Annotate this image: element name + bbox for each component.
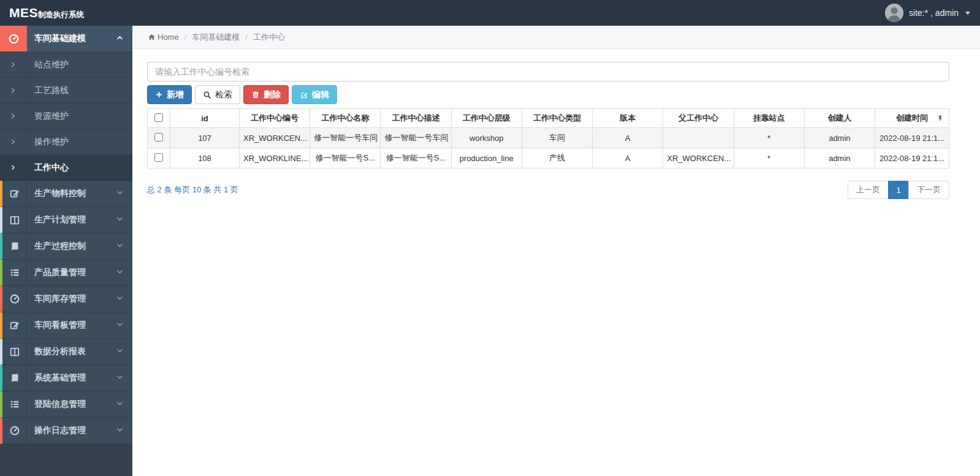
- breadcrumb-home-label: Home: [158, 32, 179, 42]
- sidebar-subitem-label: 资源维护: [27, 111, 69, 122]
- edit-button[interactable]: 编辑: [292, 85, 337, 104]
- sidebar-item-system-management[interactable]: 系统基础管理: [0, 365, 132, 391]
- sidebar-submenu: 站点维护 工艺路线 资源维护 操作维护 工作中心: [0, 52, 132, 181]
- sidebar-subitem-label: 工艺路线: [27, 85, 69, 96]
- chevron-down-icon: [116, 214, 124, 225]
- header-cell-version[interactable]: 版本: [593, 109, 663, 128]
- sidebar-item-kanban-management[interactable]: 车间看板管理: [0, 312, 132, 339]
- row-select-cell: [148, 128, 170, 148]
- row-checkbox[interactable]: [154, 153, 163, 162]
- header-cell-description[interactable]: 工作中心描述: [381, 109, 451, 128]
- header-cell-label: 创建时间: [896, 113, 928, 123]
- chevron-down-icon: [116, 267, 124, 278]
- edit-icon: [300, 91, 308, 99]
- columns-icon: [2, 339, 27, 365]
- add-button[interactable]: 新增: [147, 85, 192, 104]
- table-cell: production_line: [451, 148, 522, 168]
- table-cell: admin: [804, 128, 875, 148]
- sidebar-subitem-resource-maintenance[interactable]: 资源维护: [0, 104, 132, 129]
- user-menu[interactable]: site:* , admin: [885, 4, 980, 22]
- prev-page-button[interactable]: 上一页: [848, 181, 889, 199]
- search-icon: [203, 91, 211, 99]
- select-all-cell: [148, 109, 170, 128]
- sidebar-subitem-label: 操作维护: [27, 137, 69, 148]
- logo-mes: MES: [9, 6, 38, 20]
- sidebar-subitem-station-maintenance[interactable]: 站点维护: [0, 52, 132, 78]
- sidebar-item-plan-management[interactable]: 生产计划管理: [0, 207, 132, 233]
- header-cell-station[interactable]: 挂靠站点: [734, 109, 804, 128]
- dashboard-icon: [2, 286, 27, 312]
- chevron-right-icon: [0, 155, 27, 180]
- sidebar-item-material-control[interactable]: 生产物料控制: [0, 181, 132, 207]
- search-button[interactable]: 检索: [195, 85, 240, 104]
- chevron-right-icon: [0, 104, 27, 129]
- chevron-down-icon: [116, 320, 124, 331]
- select-all-checkbox[interactable]: [154, 113, 163, 122]
- header-cell-parent[interactable]: 父工作中心: [663, 109, 734, 128]
- chevron-down-icon: [116, 372, 124, 383]
- add-button-label: 新增: [167, 89, 184, 100]
- table-cell: [663, 128, 734, 148]
- table-cell: 修一智能一号车间: [310, 128, 381, 148]
- sidebar-item-process-control[interactable]: 生产过程控制: [0, 233, 132, 260]
- book-icon: [2, 233, 27, 259]
- header-cell-id[interactable]: id: [170, 109, 240, 128]
- header-cell-level[interactable]: 工作中心层级: [451, 109, 522, 128]
- breadcrumb-home[interactable]: Home: [148, 32, 179, 42]
- table-cell: workshop: [451, 128, 522, 148]
- row-select-cell: [148, 148, 170, 168]
- chevron-right-icon: [0, 129, 27, 154]
- pencil-icon: [2, 181, 27, 206]
- pin-icon[interactable]: [936, 115, 944, 124]
- next-page-button[interactable]: 下一页: [908, 181, 949, 199]
- pagination-bar: 总 2 条 每页 10 条 共 1 页 上一页 1 下一页: [147, 181, 949, 199]
- sidebar-subitem-work-center[interactable]: 工作中心: [0, 155, 132, 181]
- breadcrumb-item-workshop-modeling[interactable]: 车间基础建模: [192, 32, 240, 43]
- trash-icon: [251, 91, 260, 99]
- table-cell: A: [593, 128, 663, 148]
- sidebar-subitem-operation-maintenance[interactable]: 操作维护: [0, 129, 132, 155]
- delete-button[interactable]: 删除: [243, 85, 289, 104]
- page-1-button[interactable]: 1: [888, 181, 909, 199]
- sidebar-item-workshop-modeling[interactable]: 车间基础建模: [0, 26, 132, 52]
- app-logo[interactable]: MES 制造执行系统: [0, 6, 84, 20]
- pagination-summary[interactable]: 总 2 条 每页 10 条 共 1 页: [147, 184, 238, 195]
- sidebar-item-inventory-management[interactable]: 车间库存管理: [0, 286, 132, 312]
- chevron-down-icon: [116, 425, 124, 436]
- header-cell-creator[interactable]: 创建人: [804, 109, 875, 128]
- sidebar-item-operation-log-management[interactable]: 操作日志管理: [0, 418, 132, 444]
- chevron-down-icon: [116, 241, 124, 252]
- search-input[interactable]: [147, 62, 949, 81]
- sidebar-subitem-process-route[interactable]: 工艺路线: [0, 78, 132, 104]
- table-header-row: id 工作中心编号 工作中心名称 工作中心描述 工作中心层级 工作中心类型 版本…: [148, 109, 949, 128]
- book-icon: [2, 365, 27, 391]
- logo-suffix: 制造执行系统: [38, 10, 84, 20]
- sidebar-item-label: 车间基础建模: [27, 33, 116, 44]
- breadcrumb-separator: /: [184, 32, 187, 42]
- sidebar-item-login-info-management[interactable]: 登陆信息管理: [0, 391, 132, 418]
- search-button-label: 检索: [215, 89, 232, 100]
- sidebar-item-label: 生产过程控制: [27, 241, 116, 252]
- header-cell-code[interactable]: 工作中心编号: [240, 109, 310, 128]
- sidebar-item-quality-management[interactable]: 产品质量管理: [0, 260, 132, 286]
- row-checkbox[interactable]: [154, 133, 163, 142]
- sidebar-item-label: 车间库存管理: [27, 293, 116, 304]
- breadcrumb-separator: /: [245, 32, 248, 42]
- table-cell: XR_WORKCEN...: [663, 148, 734, 168]
- sidebar-item-data-analysis[interactable]: 数据分析报表: [0, 339, 132, 365]
- header-cell-type[interactable]: 工作中心类型: [522, 109, 592, 128]
- table-cell: admin: [804, 148, 875, 168]
- columns-icon: [2, 207, 27, 233]
- table-row[interactable]: 108 XR_WORKLINE... 修一智能一号S... 修一智能一号S...…: [148, 148, 949, 168]
- chevron-right-icon: [0, 52, 27, 77]
- dashboard-icon: [2, 418, 27, 444]
- sidebar: 车间基础建模 站点维护 工艺路线 资源维护 操作维护 工作中心 生产物料控制: [0, 26, 132, 476]
- pencil-icon: [2, 312, 27, 338]
- breadcrumb: Home / 车间基础建模 / 工作中心: [132, 26, 980, 49]
- table-row[interactable]: 107 XR_WORKCEN... 修一智能一号车间 修一智能一号车间 work…: [148, 128, 949, 148]
- sidebar-subitem-label: 站点维护: [27, 59, 69, 70]
- header-cell-created-time[interactable]: 创建时间: [875, 109, 949, 128]
- work-center-table: id 工作中心编号 工作中心名称 工作中心描述 工作中心层级 工作中心类型 版本…: [147, 108, 949, 168]
- table-cell: 2022-08-19 21:1...: [875, 128, 949, 148]
- header-cell-name[interactable]: 工作中心名称: [310, 109, 381, 128]
